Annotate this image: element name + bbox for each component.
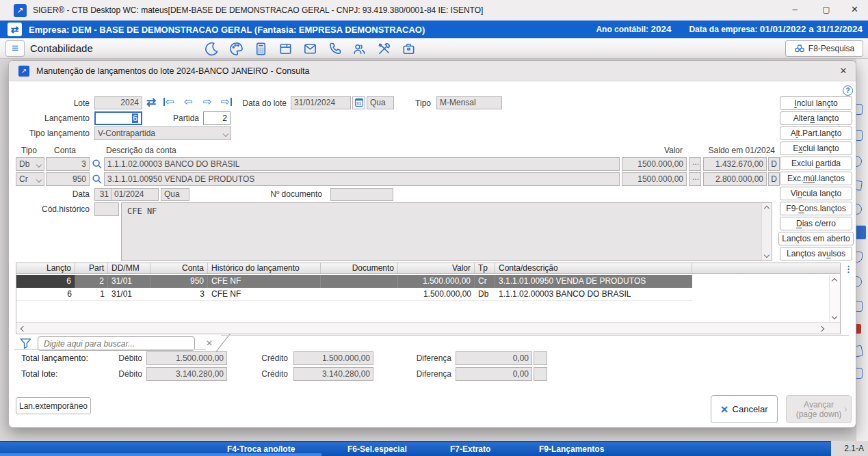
calendar-icon[interactable]: 31 [352,96,365,109]
sidebar-icon-fragment[interactable] [856,180,863,191]
envelope-icon[interactable] [302,41,318,57]
search-account-icon[interactable] [92,159,103,170]
calculator-icon[interactable] [253,41,269,57]
grid-vertical-scrollbar[interactable] [829,275,840,323]
search-account-icon[interactable] [92,174,103,185]
inclui-lancto-button[interactable]: Inclui lançto [780,96,852,110]
grid-header-cell[interactable]: Conta/descrição [495,263,692,273]
total-lote-credito-field: 3.140.280,00 [293,367,373,381]
grid-header-cell[interactable]: Conta [150,263,208,273]
lanctos-em-aberto-button[interactable]: Lançtos em aberto [778,232,854,245]
grid-cell-part: 2 [75,275,108,288]
help-icon[interactable]: ? [843,85,853,96]
moon-icon[interactable] [204,41,220,57]
credito-label: Crédito [244,369,288,379]
exclui-partida-button[interactable]: Exclui partida [780,157,852,170]
status-bar-highlight [0,453,321,456]
f4-troca-ano-lote[interactable]: F4-Troca ano/lote [227,444,295,454]
partida-field[interactable]: 2 [203,111,231,125]
grid-row[interactable]: 6 1 31/01 3 CFE NF 1.500.000,00 Db 1.1.1… [16,288,692,301]
exclui-lancto-button[interactable]: Exclui lançto [780,142,852,155]
account-tipo-dropdown[interactable]: Cr [16,172,44,186]
f8-search-button[interactable]: F8-Pesquisa [785,40,863,57]
grid-menu-dots-icon[interactable]: ⋮ [844,264,853,274]
diferenca-dc-box [534,351,547,365]
dialog-close-button[interactable]: ✕ [834,63,853,79]
grid-header-cell[interactable]: Histórico do lançamento [208,263,321,273]
accounts-valor-header: Valor [624,146,683,155]
sidebar-icon-fragment[interactable] [856,204,862,215]
avancar-button[interactable]: Avançar (page down) › [786,395,852,423]
sidebar-icon-fragment[interactable] [856,301,863,312]
grid-cell-valor: 1.500.000,00 [398,288,475,300]
textarea-scrollbar[interactable] [761,203,772,260]
altera-lancto-button[interactable]: Altera lançto [780,111,852,125]
filter-search-input[interactable] [38,336,195,351]
cod-historico-field [94,202,119,216]
sidebar-icon-fragment[interactable] [856,276,862,287]
sidebar-selected-item[interactable] [856,226,866,239]
dias-c-erro-button[interactable]: Dias c/erro [780,217,852,230]
cancelar-button[interactable]: × Cancelar [711,395,778,423]
data-do-lote-label: Data do lote [235,98,287,108]
f6-sel-especial[interactable]: F6-Sel.especial [347,444,407,454]
sidebar-icon-fragment[interactable] [856,324,861,334]
lanctos-avulsos-button[interactable]: Lançtos avulsos [780,247,852,260]
f7-extrato[interactable]: F7-Extrato [450,444,490,454]
tools-icon[interactable] [376,41,392,57]
palette-icon[interactable] [228,41,244,57]
swap-lote-icon[interactable]: ⇄ [146,95,156,109]
grid-row-selected[interactable]: 6 2 31/01 950 CFE NF 1.500.000,00 Cr 3.1… [16,275,692,288]
close-window-button[interactable]: ✕ [841,0,868,21]
grid-cell-ddmm: 31/01 [108,288,150,300]
minimize-button[interactable]: – [780,0,810,21]
scroll-up-icon [832,278,837,284]
next-record-icon[interactable]: ⇨ [203,96,212,108]
f9-lancamentos[interactable]: F9-Lançamentos [539,444,604,454]
notes-icon[interactable] [278,41,293,57]
close-icon: ✕ [851,4,858,14]
more-options-button[interactable]: ... [689,157,701,171]
first-record-icon[interactable]: ⇦ [163,96,174,108]
account-descricao-field: 3.1.1.01.00950 VENDA DE PRODUTOS [104,172,620,186]
briefcase-icon[interactable] [401,41,417,57]
grid-header-cell[interactable]: Part [75,263,108,273]
account-conta-field: 3 [46,157,90,171]
grid-horizontal-scrollbar[interactable] [16,322,840,334]
grid-header-cell[interactable]: Valor [398,263,475,273]
sidebar-icon-fragment[interactable] [856,368,863,379]
sidebar-icon-fragment[interactable] [856,252,863,263]
more-options-button[interactable]: ... [689,172,701,186]
grid-cell-conta: 3 [150,288,208,300]
vincula-lancto-button[interactable]: Vincula lançto [780,187,852,200]
sidebar-icon-fragment[interactable] [856,156,862,167]
window-title: SIGER® - CTB Desktop WC: mateus[DEM-BASE… [33,5,483,15]
avancar-sublabel: (page down) [796,410,842,419]
lancamento-field[interactable]: 6 [94,111,142,125]
account-saldo-field: 1.432.670,00 [703,157,767,171]
f9-cons-lanctos-button[interactable]: F9-Cons.lançtos [780,202,852,215]
last-record-icon[interactable]: ⇨ [221,96,232,108]
phone-icon[interactable] [327,41,343,57]
account-tipo-dropdown[interactable]: Db [16,157,44,171]
sidebar-icon-fragment[interactable] [856,104,863,115]
grid-cell-historico: CFE NF [208,288,321,300]
diferenca-label: Diferença [409,369,451,379]
company-switch-icon[interactable]: ⇄ [8,23,22,36]
filter-clear-icon[interactable]: ✕ [206,338,213,348]
sidebar-icon-fragment[interactable] [856,130,863,141]
alt-part-lancto-button[interactable]: Alt.Part.lançto [780,126,852,140]
lan-extemporaneo-button[interactable]: Lan.extemporâneo [16,397,91,414]
users-icon[interactable] [352,41,367,57]
exc-mul-lanctos-button[interactable]: Exc.múl.lançtos [780,172,852,185]
grid-header-cell[interactable]: DD/MM [108,263,150,273]
prev-record-icon[interactable]: ⇦ [184,96,193,108]
maximize-button[interactable]: ▢ [811,0,841,21]
menu-icon[interactable]: ≡ [5,40,25,57]
grid-header-cell[interactable]: Documento [321,263,398,273]
filter-funnel-icon[interactable] [19,337,32,350]
total-lancamento-debito-field: 1.500.000,00 [146,351,227,365]
grid-header-cell[interactable]: Lançto [16,263,75,273]
grid-header-cell[interactable]: Tp [475,263,495,273]
sidebar-icon-fragment[interactable] [856,345,863,358]
